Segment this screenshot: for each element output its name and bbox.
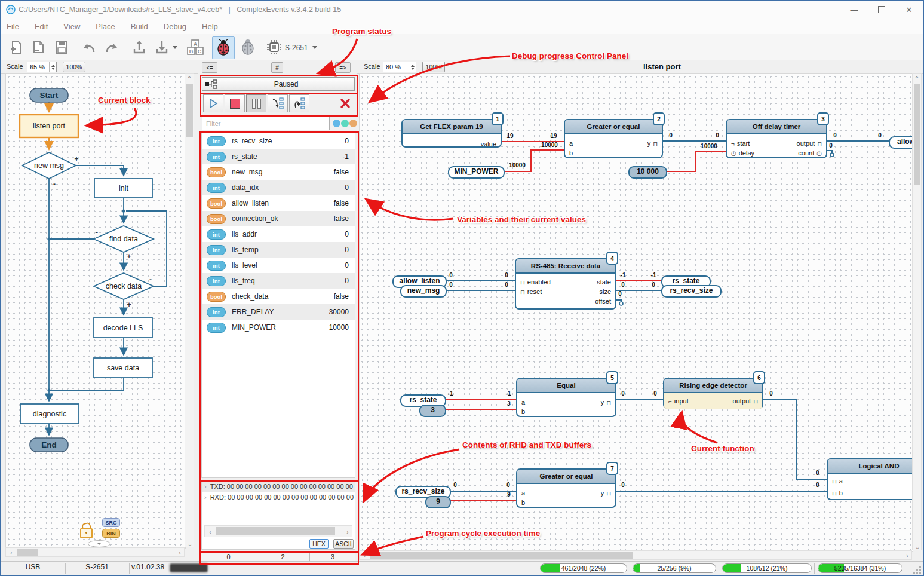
redo-button[interactable]	[102, 38, 121, 57]
src-badge[interactable]: SRC	[102, 518, 120, 527]
nav-prev-button[interactable]: <=	[202, 62, 217, 73]
block-equal[interactable]: 5 Equal a y⊓ b	[516, 378, 616, 417]
flow-node-start[interactable]: Start	[30, 88, 68, 102]
nav-next-button[interactable]: =>	[335, 62, 351, 73]
left-scale-spinbox[interactable]: 65 %	[27, 62, 57, 72]
scrollbar-thumb[interactable]	[17, 549, 38, 556]
scroll-left-arrow[interactable]: ‹	[206, 526, 214, 538]
variable-row[interactable]: intERR_DELAY30000	[202, 304, 355, 320]
variable-row[interactable]: intrs_recv_size0	[202, 133, 355, 149]
scrollbar-thumb[interactable]	[216, 527, 335, 535]
undo-button[interactable]	[79, 38, 99, 57]
menu-edit[interactable]: Edit	[35, 22, 48, 31]
txd-buffer-row[interactable]: › TXD: 00 00 00 00 00 00 00 00 00 00 00 …	[202, 481, 355, 492]
flowchart-vertical-scrollbar[interactable]: ⌃ ⌄	[185, 73, 194, 547]
save-button[interactable]	[52, 38, 71, 57]
block-rs485-receive[interactable]: 4 RS-485: Receive data ⊓enabled state ⊓r…	[515, 258, 616, 310]
menu-build[interactable]: Build	[131, 22, 148, 31]
block-greater-or-equal-2[interactable]: 2 Greater or equal a y⊓ b	[564, 119, 663, 158]
scroll-left-arrow[interactable]: ‹	[7, 548, 16, 557]
flow-node-end[interactable]: End	[30, 438, 68, 452]
resize-grip[interactable]	[913, 566, 922, 574]
right-scale-spinner[interactable]	[409, 62, 416, 72]
variable-row[interactable]: intlls_freq0	[202, 273, 355, 289]
scroll-up-arrow[interactable]: ⌃	[913, 74, 921, 82]
scroll-right-arrow[interactable]: ›	[903, 551, 911, 560]
variable-row[interactable]: intrs_state-1	[202, 149, 355, 164]
scroll-up-arrow[interactable]: ⌃	[185, 74, 194, 82]
variable-row[interactable]: boolallow_listenfalse	[202, 195, 355, 211]
flow-node-find-data[interactable]: find data	[94, 226, 154, 252]
minimize-button[interactable]: —	[840, 1, 868, 19]
target-device-button[interactable]	[265, 38, 284, 57]
variable-row[interactable]: boolcheck_datafalse	[202, 289, 355, 304]
expand-chevron-icon[interactable]: ›	[204, 494, 207, 501]
tag-constant-9[interactable]: 9	[425, 496, 451, 508]
device-dropdown-caret[interactable]	[312, 46, 317, 49]
flowchart-horizontal-scrollbar[interactable]: ‹ ›	[5, 547, 185, 557]
upload-button[interactable]	[130, 38, 149, 57]
stop-button[interactable]	[225, 94, 245, 112]
tag-min-power[interactable]: MIN_POWER	[448, 166, 505, 179]
diagram-horizontal-scrollbar[interactable]: ‹ ›	[359, 550, 912, 560]
menu-place[interactable]: Place	[96, 22, 115, 31]
variable-row[interactable]: intMIN_POWER10000	[202, 320, 355, 335]
tag-allow-listen-clipped[interactable]: allow_listen	[889, 136, 913, 149]
open-file-button[interactable]	[29, 38, 48, 57]
flow-node-decode-lls[interactable]: decode LLS	[94, 318, 152, 338]
scroll-left-arrow[interactable]: ‹	[361, 551, 369, 560]
variable-row[interactable]: intdata_idx0	[202, 180, 355, 195]
scrollbar-thumb[interactable]	[186, 84, 193, 137]
close-button[interactable]: ✕	[895, 1, 923, 19]
orange-filter-dot[interactable]	[349, 120, 357, 127]
right-scale-reset-button[interactable]: 100%	[422, 62, 445, 72]
debug-stop-button[interactable]	[237, 36, 259, 58]
maximize-button[interactable]	[868, 1, 895, 19]
variable-row[interactable]: boolnew_msgfalse	[202, 164, 355, 180]
collapse-handle[interactable]	[88, 540, 110, 547]
block-rising-edge-detector-current[interactable]: 6 Rising edge detector ⌐input output⊓	[663, 378, 763, 409]
variable-row[interactable]: intlls_level0	[202, 258, 355, 273]
right-scale-spinbox[interactable]: 80 %	[383, 62, 416, 72]
pause-button[interactable]	[246, 94, 266, 112]
diagram-vertical-scrollbar[interactable]: ⌃ ⌄	[912, 73, 922, 550]
device-selector-label[interactable]: S-2651	[285, 44, 308, 52]
tag-new-msg[interactable]: new_msg	[400, 285, 447, 298]
scroll-down-arrow[interactable]: ⌄	[913, 543, 922, 551]
menu-file[interactable]: File	[7, 22, 19, 31]
scroll-down-arrow[interactable]: ⌄	[185, 540, 195, 548]
variable-row[interactable]: intlls_addr0	[202, 226, 355, 242]
block-greater-or-equal-7[interactable]: 7 Greater or equal a y⊓ b	[516, 468, 616, 508]
flow-node-save-data[interactable]: save data	[94, 358, 152, 378]
tag-constant-10000[interactable]: 10 000	[628, 166, 667, 179]
variable-row[interactable]: boolconnection_okfalse	[202, 211, 355, 226]
run-button[interactable]	[203, 94, 223, 112]
filter-input[interactable]	[202, 117, 330, 130]
menu-debug[interactable]: Debug	[164, 22, 186, 31]
ascii-mode-button[interactable]: ASCII	[333, 539, 354, 549]
unlocked-padlock-icon[interactable]	[80, 528, 93, 538]
variable-row[interactable]: intlls_temp0	[202, 242, 355, 258]
rxd-buffer-row[interactable]: › RXD: 00 00 00 00 00 00 00 00 00 00 00 …	[202, 492, 355, 503]
function-block-canvas[interactable]: 19 19 10000 10000 0 0 10000 0 0 0 0 0 0 …	[359, 73, 913, 552]
flowchart-canvas[interactable]: Start listen port new msg + - init find …	[5, 73, 186, 549]
flow-node-init[interactable]: init	[94, 179, 152, 198]
download-dropdown-caret[interactable]	[173, 46, 177, 49]
step-into-button[interactable]	[268, 94, 288, 112]
step-over-button[interactable]	[289, 94, 309, 112]
flow-node-listen-port-current[interactable]: listen port	[20, 115, 78, 137]
buffer-horizontal-scrollbar[interactable]: ‹ ›	[204, 525, 352, 537]
expand-chevron-icon[interactable]: ›	[204, 483, 207, 490]
scrollbar-thumb[interactable]	[370, 552, 633, 559]
blue-filter-dot[interactable]	[333, 120, 340, 127]
tag-rs-recv-size-out[interactable]: rs_recv_size	[661, 285, 722, 298]
block-get-flex-param[interactable]: 1 Get FLEX param 19 value	[401, 119, 502, 148]
left-scale-reset-button[interactable]: 100%	[63, 62, 85, 72]
tag-constant-3[interactable]: 3	[419, 405, 446, 417]
flow-node-diagnostic[interactable]: diagnostic	[20, 404, 79, 424]
debug-start-button[interactable]	[212, 36, 235, 59]
download-button[interactable]	[152, 38, 171, 57]
scrollbar-thumb[interactable]	[914, 84, 920, 185]
teal-filter-dot[interactable]	[341, 120, 349, 127]
flow-node-check-data[interactable]: check data	[94, 273, 154, 299]
